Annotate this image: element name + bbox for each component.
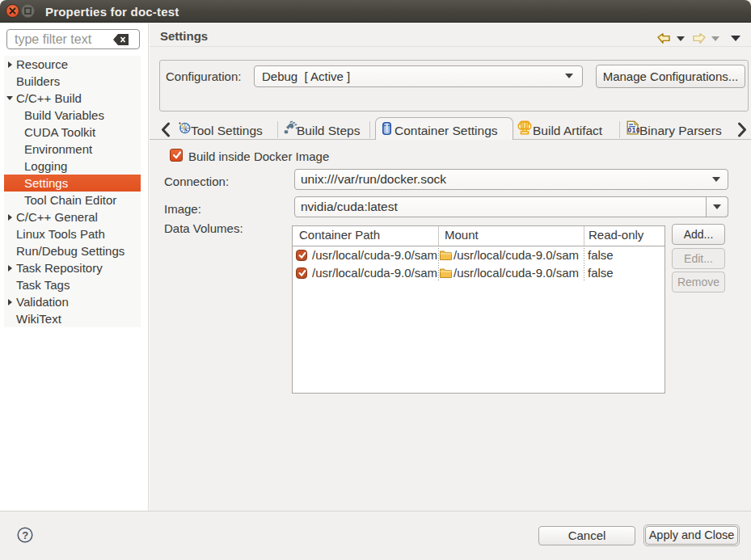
svg-text:010: 010 bbox=[628, 127, 639, 134]
svg-text:?: ? bbox=[22, 529, 28, 541]
